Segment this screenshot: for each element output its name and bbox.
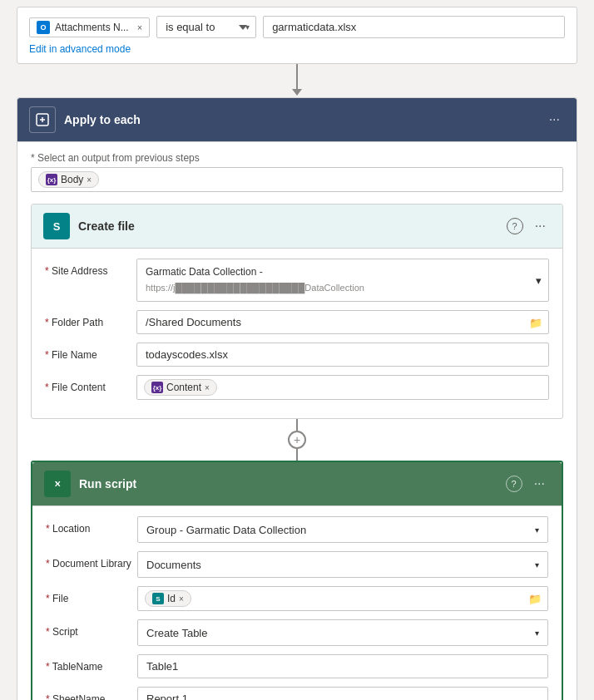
- condition-wrapper[interactable]: is equal to ▾: [156, 16, 256, 38]
- filter-value-input[interactable]: [263, 16, 565, 38]
- filter-bar: O Attachments N... × is equal to ▾ Edit …: [17, 7, 577, 64]
- select-output-label: * Select an output from previous steps: [31, 152, 563, 164]
- site-address-label: Site Address: [45, 259, 136, 277]
- script-row: Script Create Table ▾: [46, 619, 548, 646]
- run-script-more-btn[interactable]: ···: [529, 475, 550, 493]
- table-name-label: TableName: [46, 654, 137, 673]
- folder-path-row: Folder Path 📁: [45, 310, 549, 334]
- script-label: Script: [46, 619, 137, 638]
- site-address-url: https://j████████████████████DataCollect…: [146, 283, 364, 293]
- arrow-connector-1: [17, 64, 577, 97]
- folder-path-input[interactable]: [136, 310, 549, 334]
- script-text: Create Table: [146, 627, 207, 639]
- plus-connector: +: [31, 419, 563, 461]
- create-file-help-btn[interactable]: ?: [507, 218, 523, 234]
- folder-path-label: Folder Path: [45, 310, 136, 328]
- sheet-name-label: SheetName: [46, 687, 137, 700]
- content-token-close[interactable]: ×: [205, 383, 210, 392]
- apply-each-more-btn[interactable]: ···: [544, 111, 565, 129]
- content-token[interactable]: {x} Content ×: [144, 379, 217, 396]
- location-row: Location Group - Garmatic Data Collectio…: [46, 516, 548, 543]
- file-content-value: {x} Content ×: [136, 375, 549, 400]
- output-token-row[interactable]: {x} Body ×: [31, 167, 563, 192]
- attachment-icon: O: [37, 21, 50, 34]
- file-label: File: [46, 586, 137, 604]
- id-token[interactable]: S Id ×: [145, 590, 191, 607]
- arrow-line: [296, 64, 298, 89]
- sheet-name-value: [137, 687, 548, 700]
- file-name-value: [136, 343, 549, 367]
- attachment-label: Attachments N...: [55, 22, 129, 33]
- create-file-more-btn[interactable]: ···: [530, 217, 551, 235]
- apply-each-title: Apply to each: [64, 113, 544, 126]
- folder-browse-icon[interactable]: 📁: [529, 316, 542, 328]
- file-token-row[interactable]: S Id ×: [137, 586, 548, 611]
- create-file-block: S Create file ? ··· Site Address: [31, 204, 563, 419]
- plus-line-bottom: [296, 449, 298, 461]
- plus-circle-btn[interactable]: +: [288, 431, 306, 449]
- location-label: Location: [46, 516, 137, 535]
- apply-each-header: Apply to each ···: [17, 98, 577, 142]
- file-name-row: File Name: [45, 343, 549, 367]
- file-row: File S Id × 📁: [46, 586, 548, 611]
- site-address-text: Garmatic Data Collection - https://j████…: [137, 259, 548, 301]
- file-name-input[interactable]: [136, 343, 549, 367]
- file-name-label: File Name: [45, 343, 136, 361]
- doc-library-text: Documents: [146, 559, 201, 571]
- script-value: Create Table ▾: [137, 619, 548, 646]
- file-value: S Id × 📁: [137, 586, 548, 611]
- doc-library-chevron-icon: ▾: [535, 560, 539, 569]
- body-token-icon: {x}: [46, 174, 57, 185]
- run-script-body: Location Group - Garmatic Data Collectio…: [32, 506, 562, 700]
- file-browse-icon[interactable]: 📁: [528, 593, 542, 605]
- location-chevron-icon: ▾: [535, 525, 539, 535]
- location-dropdown[interactable]: Group - Garmatic Data Collection ▾: [137, 516, 548, 543]
- create-file-icon: S: [43, 213, 70, 239]
- content-token-label: Content: [166, 382, 201, 393]
- run-script-actions: ? ···: [506, 475, 550, 493]
- doc-library-dropdown[interactable]: Documents ▾: [137, 551, 548, 578]
- run-script-help-btn[interactable]: ?: [506, 476, 522, 492]
- doc-library-row: Document Library Documents ▾: [46, 551, 548, 578]
- apply-each-icon: [29, 106, 56, 133]
- table-name-value: [137, 654, 548, 678]
- folder-path-value: 📁: [136, 310, 549, 334]
- filter-row: O Attachments N... × is equal to ▾: [29, 16, 565, 38]
- arrow-head: [292, 89, 302, 96]
- script-chevron-icon: ▾: [535, 629, 539, 638]
- table-name-input[interactable]: [137, 654, 548, 678]
- sheet-name-row: SheetName: [46, 687, 548, 700]
- sheet-name-input[interactable]: [137, 687, 548, 700]
- site-address-box[interactable]: Garmatic Data Collection - https://j████…: [136, 259, 549, 302]
- body-token-label: Body: [61, 174, 83, 185]
- condition-select[interactable]: is equal to: [156, 16, 256, 38]
- run-script-title: Run script: [79, 477, 506, 490]
- create-file-body: Site Address Garmatic Data Collection - …: [32, 249, 562, 418]
- create-file-actions: ? ···: [507, 217, 551, 235]
- id-token-label: Id: [167, 593, 176, 604]
- plus-line-top: [296, 419, 298, 431]
- file-content-row: File Content {x} Content ×: [45, 375, 549, 400]
- doc-library-value: Documents ▾: [137, 551, 548, 578]
- apply-each-actions: ···: [544, 111, 565, 129]
- body-token[interactable]: {x} Body ×: [38, 171, 99, 188]
- create-file-title: Create file: [78, 219, 507, 233]
- site-address-chevron-icon: ▾: [536, 274, 542, 287]
- attachment-close[interactable]: ×: [137, 22, 142, 32]
- script-dropdown[interactable]: Create Table ▾: [137, 619, 548, 646]
- run-script-icon: [44, 471, 71, 497]
- content-token-row[interactable]: {x} Content ×: [136, 375, 549, 400]
- attachment-chip[interactable]: O Attachments N... ×: [29, 17, 150, 37]
- body-token-close[interactable]: ×: [87, 175, 92, 185]
- file-content-label: File Content: [45, 375, 136, 393]
- id-token-icon: S: [152, 593, 164, 604]
- edit-advanced-link[interactable]: Edit in advanced mode: [29, 43, 565, 55]
- run-script-block: Run script ? ··· Location Group - Garmat…: [31, 461, 563, 700]
- table-name-row: TableName: [46, 654, 548, 678]
- id-token-close[interactable]: ×: [179, 594, 184, 604]
- site-address-row: Site Address Garmatic Data Collection - …: [45, 259, 549, 302]
- site-address-value: Garmatic Data Collection - https://j████…: [136, 259, 549, 302]
- doc-library-label: Document Library: [46, 551, 137, 569]
- location-text: Group - Garmatic Data Collection: [146, 524, 306, 536]
- create-file-header: S Create file ? ···: [32, 205, 562, 249]
